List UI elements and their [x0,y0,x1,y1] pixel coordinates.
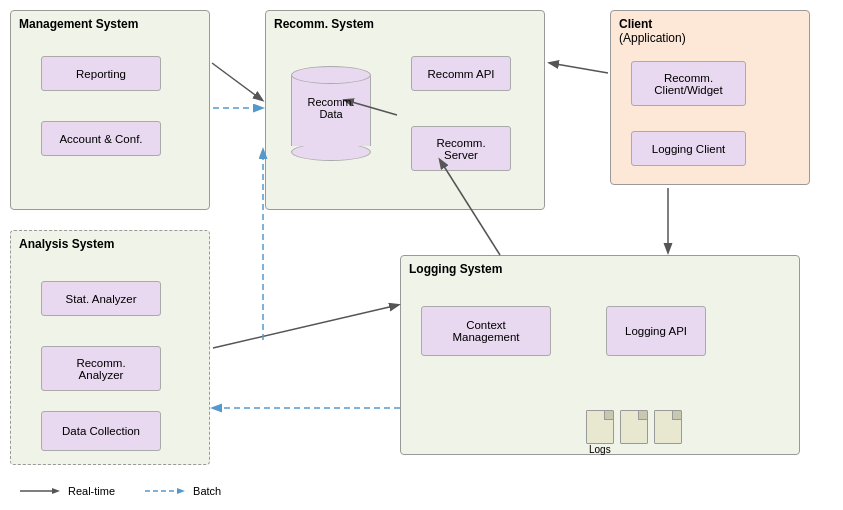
recomm-system-box: Recomm. System Recomm.Data Recomm API Re… [265,10,545,210]
logging-system-label: Logging System [409,262,502,276]
recomm-server-component: Recomm.Server [411,126,511,171]
logging-client-component: Logging Client [631,131,746,166]
account-conf-component: Account & Conf. [41,121,161,156]
logs-label: Logs [589,444,611,455]
recomm-data-cylinder: Recomm.Data [291,66,371,161]
legend-realtime: Real-time [20,484,115,498]
legend: Real-time Batch [20,484,221,498]
analysis-system-box: Analysis System Stat. Analyzer Recomm.An… [10,230,210,465]
management-system-label: Management System [19,17,138,31]
client-system-box: Client (Application) Recomm.Client/Widge… [610,10,810,185]
svg-line-4 [213,305,398,348]
management-system-box: Management System Reporting Account & Co… [10,10,210,210]
log-icon-3 [654,410,682,444]
reporting-component: Reporting [41,56,161,91]
recomm-api-component: Recomm API [411,56,511,91]
client-system-label: Client (Application) [619,17,686,45]
svg-marker-12 [177,488,185,494]
svg-line-0 [212,63,262,100]
batch-arrow-icon [145,484,185,498]
recomm-system-label: Recomm. System [274,17,374,31]
logging-api-component: Logging API [606,306,706,356]
data-collection-component: Data Collection [41,411,161,451]
realtime-arrow-icon [20,484,60,498]
recomm-analyzer-component: Recomm.Analyzer [41,346,161,391]
context-management-component: ContextManagement [421,306,551,356]
legend-batch: Batch [145,484,221,498]
diagram: Management System Reporting Account & Co… [0,0,843,510]
cylinder-label: Recomm.Data [291,96,371,120]
analysis-system-label: Analysis System [19,237,114,251]
cylinder-top [291,66,371,84]
log-icon-1 [586,410,614,444]
realtime-label: Real-time [68,485,115,497]
svg-marker-10 [52,488,60,494]
recomm-client-widget-component: Recomm.Client/Widget [631,61,746,106]
stat-analyzer-component: Stat. Analyzer [41,281,161,316]
logging-system-box: Logging System ContextManagement Logging… [400,255,800,455]
svg-line-1 [550,63,608,73]
log-icon-2 [620,410,648,444]
batch-label: Batch [193,485,221,497]
logs-group [586,410,682,444]
